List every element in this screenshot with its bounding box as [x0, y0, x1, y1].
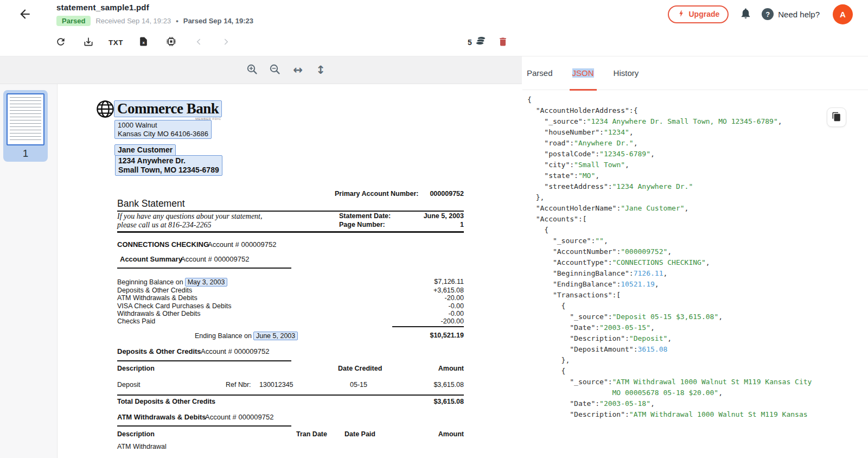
export-excel-button[interactable]: x: [136, 35, 151, 50]
parsed-field-bank-name[interactable]: Commerce Bank: [114, 100, 222, 117]
parsed-timestamp: Parsed Sep 14, 19:23: [183, 17, 253, 25]
copy-json-button[interactable]: [827, 107, 846, 127]
zoom-out-button[interactable]: [268, 63, 282, 77]
thumbnail-page-preview: [7, 93, 44, 145]
top-bar: statement_sample1.pdf Parsed Received Se…: [0, 0, 868, 28]
pdf-viewer: ↔ ↕ 1: [0, 56, 522, 458]
parsed-field-beginning-date[interactable]: May 3, 2003: [185, 278, 228, 287]
avatar[interactable]: A: [833, 4, 853, 24]
divider: [117, 268, 291, 269]
page-title: statement_sample1.pdf: [56, 3, 149, 12]
delete-button[interactable]: [495, 35, 510, 50]
meta-separator: •: [176, 17, 178, 25]
zoom-in-button[interactable]: [245, 63, 259, 77]
atm-header-row: Description Tran Date Date Paid Amount: [117, 430, 464, 438]
fit-width-button[interactable]: ↔: [291, 63, 305, 77]
document-page: Commerce Bank MEMBER FDIC 1000 Walnut Ka…: [58, 84, 522, 458]
fit-width-icon: ↔: [293, 65, 303, 76]
prev-document-button[interactable]: [191, 35, 206, 50]
results-panel: Parsed JSON History { "AccountHolderAddr…: [522, 56, 868, 458]
notifications-button[interactable]: [739, 7, 752, 21]
process-button[interactable]: [163, 35, 178, 50]
thumbnail-page-number: 1: [7, 148, 44, 160]
fit-height-button[interactable]: ↕: [314, 63, 328, 77]
ending-balance-row: Ending Balance onJune 5, 2003 $10,521.19: [117, 332, 464, 340]
need-help-label: Need help?: [778, 10, 820, 19]
globe-icon: [95, 99, 116, 122]
credits-count: 5: [468, 38, 472, 47]
refresh-icon: [55, 36, 66, 49]
account-type-row: CONNECTIONS CHECKING Account # 000009752: [117, 241, 464, 249]
coins-icon: [474, 35, 487, 50]
divider: [117, 211, 464, 212]
json-code-view: { "AccountHolderAddress":{ "_source":"12…: [522, 94, 868, 420]
page-thumbnail-selected[interactable]: 1: [3, 90, 48, 162]
atm-section-title: ATM Withdrawals & Debits Account # 00000…: [117, 414, 464, 421]
copy-icon: [832, 112, 841, 123]
divider: [117, 395, 464, 396]
divider: [117, 425, 291, 427]
tab-json[interactable]: JSON: [572, 56, 594, 90]
tab-history[interactable]: History: [614, 56, 639, 90]
received-timestamp: Received Sep 14, 19:23: [95, 17, 171, 25]
parsed-field-bank-address[interactable]: 1000 Walnut Kansas City MO 64106-3686: [114, 120, 212, 139]
thumbnail-rail: 1: [0, 84, 58, 458]
thumbnail-content-lines: [10, 97, 41, 142]
export-txt-button[interactable]: TXT: [108, 35, 123, 50]
tab-parsed[interactable]: Parsed: [527, 56, 553, 90]
divider: [117, 231, 464, 233]
upgrade-label: Upgrade: [688, 10, 719, 18]
excel-file-icon: x: [138, 36, 149, 48]
chip-icon: [165, 36, 177, 49]
deposits-total-row: Total Deposits & Other Credits $3,615.08: [117, 398, 464, 405]
document-toolbar: TXT x: [0, 28, 868, 56]
deposits-section-title: Deposits & Other Credits Account # 00000…: [117, 348, 464, 355]
back-button[interactable]: [16, 7, 34, 23]
arrow-left-icon: [18, 15, 32, 23]
zoom-out-icon: [269, 63, 282, 78]
file-meta: Parsed Received Sep 14, 19:23 • Parsed S…: [56, 15, 253, 27]
lightning-bolt-icon: [677, 9, 685, 19]
parsed-field-customer-address[interactable]: 1234 Anywhere Dr. Small Town, MO 12345-6…: [115, 155, 222, 176]
need-help-button[interactable]: ? Need help?: [762, 8, 820, 20]
reprocess-button[interactable]: [53, 35, 68, 50]
questions-note: If you have any questions about your sta…: [117, 212, 263, 229]
next-document-button[interactable]: [219, 35, 234, 50]
summary-row: Checks Paid -200.00: [117, 317, 464, 325]
upgrade-button[interactable]: Upgrade: [668, 5, 729, 23]
summary-row: Withdrawals & Other Debits -0.00: [117, 310, 464, 317]
summary-row: VISA Check Card Purchases & Debits -0.00: [117, 302, 464, 310]
divider: [117, 360, 291, 361]
chevron-left-icon: [194, 37, 203, 48]
zoom-in-icon: [246, 63, 259, 78]
summary-row: Deposits & Other Credits +3,615.08: [117, 287, 464, 294]
parsed-field-customer-name[interactable]: Jane Customer: [114, 144, 176, 156]
bell-icon: [739, 13, 752, 21]
deposit-row: Deposit Ref Nbr: 130012345 05-15 $3,615.…: [117, 381, 464, 389]
deposits-header-row: Description Date Credited Amount: [117, 365, 464, 372]
atm-row-partial: ATM Withdrawal: [117, 443, 464, 450]
divider: [392, 326, 464, 327]
main-area: ↔ ↕ 1: [0, 56, 868, 458]
trash-icon: [497, 36, 508, 49]
summary-row: ATM Withdrawals & Debits -20.00: [117, 294, 464, 302]
download-icon: [83, 36, 94, 49]
top-bar-actions: Upgrade ? Need help? A: [668, 4, 853, 24]
chevron-right-icon: [221, 37, 231, 48]
zoom-toolbar: ↔ ↕: [0, 56, 522, 84]
download-button[interactable]: [81, 35, 96, 50]
summary-row: Beginning Balance onMay 3, 2003 $7,126.1…: [117, 278, 464, 287]
question-mark-icon: ?: [762, 8, 774, 20]
app: statement_sample1.pdf Parsed Received Se…: [0, 0, 868, 458]
status-badge: Parsed: [56, 16, 91, 26]
statement-title: Bank Statement: [117, 198, 185, 209]
toolbar-buttons: TXT x: [53, 28, 234, 56]
parsed-field-ending-date[interactable]: June 5, 2003: [253, 332, 298, 340]
panel-tabs: Parsed JSON History: [522, 56, 868, 90]
credits-indicator: 5: [468, 28, 487, 56]
fit-height-icon: ↕: [316, 65, 326, 76]
